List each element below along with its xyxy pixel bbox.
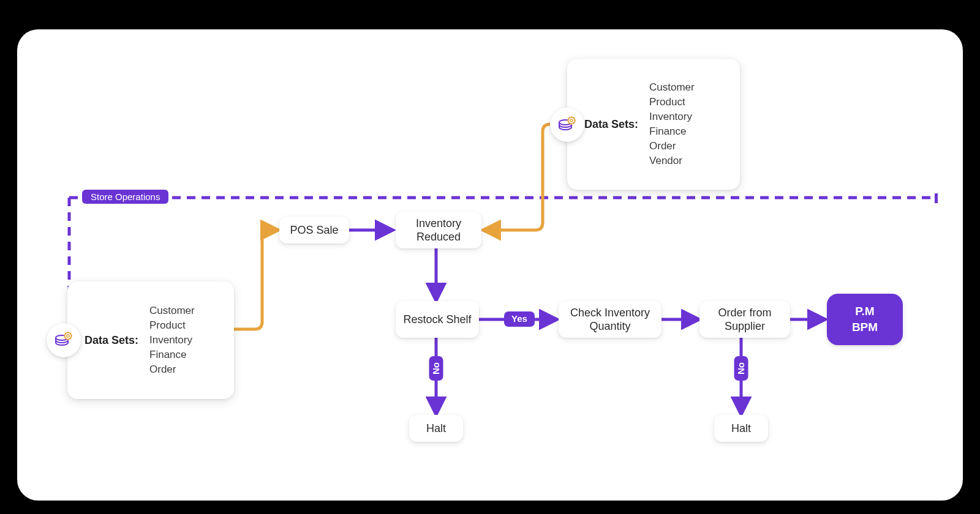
diagram-canvas: Store Operations Data Sets: Customer Pro… bbox=[17, 29, 963, 501]
node-restock-shelf: Restock Shelf bbox=[396, 301, 479, 338]
dataset-item: Order bbox=[149, 363, 195, 376]
pm-bpm-line1: P.M bbox=[855, 304, 874, 319]
node-halt-right: Halt bbox=[714, 415, 768, 442]
dataset-item: Inventory bbox=[149, 334, 195, 346]
dataset-item: Finance bbox=[649, 125, 695, 138]
dataset-title: Data Sets: bbox=[85, 334, 138, 347]
database-gear-icon bbox=[550, 108, 584, 142]
dataset-card-left: Data Sets: Customer Product Inventory Fi… bbox=[67, 281, 234, 399]
node-order-supplier: Order from Supplier bbox=[699, 301, 790, 338]
dataset-title: Data Sets: bbox=[584, 118, 638, 131]
pm-bpm-line2: BPM bbox=[852, 320, 878, 335]
dataset-item: Inventory bbox=[649, 111, 695, 123]
dataset-item: Product bbox=[149, 319, 195, 332]
node-halt-left: Halt bbox=[409, 415, 463, 442]
dataset-card-right: Data Sets: Customer Product Inventory Fi… bbox=[567, 59, 740, 190]
swimlane-label: Store Operations bbox=[82, 190, 168, 204]
dataset-item: Product bbox=[649, 96, 695, 108]
dataset-items: Customer Product Inventory Finance Order… bbox=[649, 81, 695, 167]
label-yes: Yes bbox=[504, 311, 535, 327]
dataset-item: Order bbox=[649, 140, 695, 152]
dataset-item: Customer bbox=[149, 305, 195, 317]
dataset-item: Vendor bbox=[649, 155, 695, 167]
node-pos-sale: POS Sale bbox=[279, 217, 349, 244]
node-pm-bpm: P.M BPM bbox=[827, 294, 903, 345]
label-no-right: No bbox=[734, 356, 748, 381]
dataset-item: Finance bbox=[149, 349, 195, 361]
connector-layer bbox=[17, 29, 963, 501]
database-gear-icon bbox=[47, 323, 81, 357]
dataset-items: Customer Product Inventory Finance Order bbox=[149, 305, 195, 376]
node-inventory-reduced: Inventory Reduced bbox=[396, 212, 481, 248]
svg-rect-0 bbox=[935, 193, 938, 203]
dataset-item: Customer bbox=[649, 81, 695, 94]
node-check-inventory: Check Inventory Quantity bbox=[559, 301, 662, 338]
label-no-left: No bbox=[429, 356, 443, 381]
